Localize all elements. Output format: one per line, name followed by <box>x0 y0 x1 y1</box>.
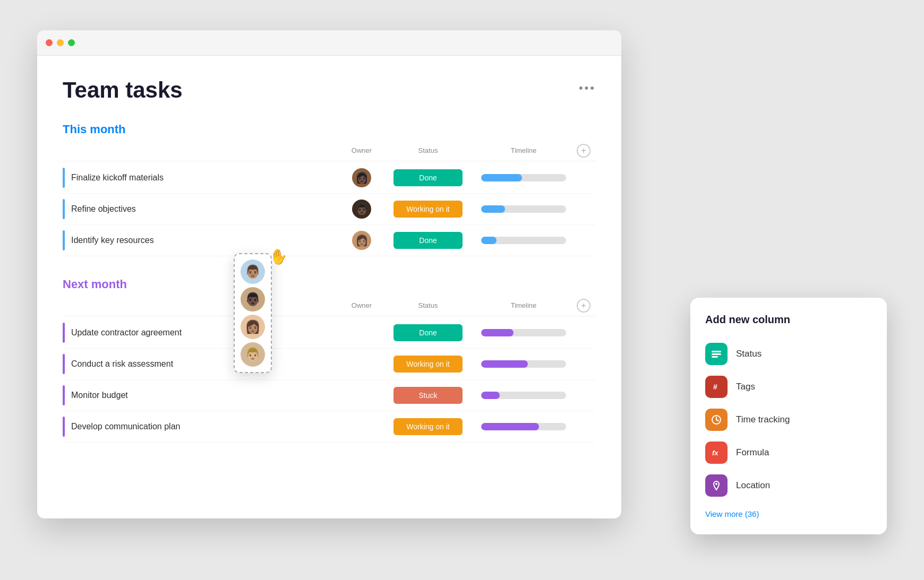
status-badge[interactable]: Stuck <box>393 387 463 404</box>
status-badge[interactable]: Done <box>393 232 463 249</box>
column-option-location[interactable]: Location <box>705 469 872 502</box>
status-cell[interactable]: Done <box>386 232 470 249</box>
location-option-label: Location <box>736 480 770 491</box>
task-name: Refine objectives <box>71 204 338 214</box>
timeline-fill <box>481 237 497 244</box>
status-badge[interactable]: Working on it <box>393 418 463 435</box>
task-name: Identify key resources <box>71 236 338 245</box>
add-column-button-next-month[interactable]: + <box>577 299 591 313</box>
timeline-bar <box>481 423 566 430</box>
timeline-fill <box>481 174 522 181</box>
formula-option-label: Formula <box>736 447 769 458</box>
timeline-cell <box>470 174 577 181</box>
close-button[interactable] <box>46 39 53 46</box>
svg-text:#: # <box>713 383 717 391</box>
svg-rect-0 <box>712 351 721 352</box>
timeline-fill <box>481 423 539 430</box>
window-content: Team tasks ••• This month Owner Status T… <box>37 56 621 518</box>
row-border <box>63 385 65 405</box>
timeline-bar <box>481 237 566 244</box>
status-badge[interactable]: Working on it <box>393 201 463 218</box>
row-border <box>63 323 65 343</box>
row-border <box>63 354 65 374</box>
table-row: Develop communication plan Working on it <box>63 411 596 443</box>
owner-drag-overlay: 👨🏽 👨🏿 👩🏽 👨🏼 ✋ <box>234 253 272 373</box>
table-row: Refine objectives 👨🏿 Working on it <box>63 194 596 225</box>
column-option-status[interactable]: Status <box>705 337 872 370</box>
row-border <box>63 168 65 188</box>
row-border <box>63 417 65 437</box>
timeline-fill <box>481 329 514 336</box>
timeline-fill <box>481 392 500 399</box>
status-cell[interactable]: Done <box>386 324 470 341</box>
timeline-cell <box>470 392 577 399</box>
status-badge[interactable]: Done <box>393 324 463 341</box>
view-more-link[interactable]: View more (36) <box>705 509 872 518</box>
svg-rect-1 <box>712 353 721 355</box>
column-option-time-tracking[interactable]: Time tracking <box>705 403 872 436</box>
section-this-month-title: This month <box>63 123 126 136</box>
col-timeline-header: Timeline <box>470 301 577 309</box>
section-next-month-title: Next month <box>63 278 127 291</box>
col-owner-header: Owner <box>338 301 386 309</box>
timeline-bar <box>481 174 566 181</box>
status-cell[interactable]: Working on it <box>386 418 470 435</box>
section-this-month: This month Owner Status Timeline + Final… <box>63 123 596 256</box>
owner-cell: 👩🏽 <box>338 231 386 250</box>
svg-point-6 <box>715 483 717 485</box>
tags-option-label: Tags <box>736 382 755 392</box>
cursor-hand-icon: ✋ <box>268 246 289 267</box>
timeline-cell <box>470 205 577 213</box>
formula-column-icon: fx <box>705 442 728 464</box>
timeline-bar <box>481 329 566 336</box>
column-option-formula[interactable]: fx Formula <box>705 436 872 469</box>
floating-owners-card: 👨🏽 👨🏿 👩🏽 👨🏼 <box>234 253 272 373</box>
time-tracking-option-label: Time tracking <box>736 414 790 425</box>
status-cell[interactable]: Working on it <box>386 356 470 373</box>
status-option-label: Status <box>736 349 762 359</box>
table-row: Identify key resources 👩🏽 Done <box>63 225 596 256</box>
timeline-bar <box>481 360 566 368</box>
status-column-icon <box>705 343 728 365</box>
timeline-fill <box>481 360 528 368</box>
floating-avatar-1: 👨🏽 <box>241 259 265 284</box>
page-title: Team tasks <box>63 77 183 103</box>
add-column-button-this-month[interactable]: + <box>577 144 591 158</box>
col-status-header: Status <box>386 301 470 309</box>
task-name: Conduct a risk assessment <box>71 359 338 369</box>
minimize-button[interactable] <box>57 39 64 46</box>
status-cell[interactable]: Stuck <box>386 387 470 404</box>
table-row: Monitor budget Stuck <box>63 380 596 411</box>
titlebar <box>37 30 621 56</box>
status-cell[interactable]: Done <box>386 169 470 186</box>
col-status-header: Status <box>386 146 470 154</box>
task-name: Update contractor agreement <box>71 328 338 337</box>
section-this-month-header: This month <box>63 123 596 136</box>
col-owner-header: Owner <box>338 146 386 154</box>
avatar: 👩🏽 <box>352 231 371 250</box>
main-window: Team tasks ••• This month Owner Status T… <box>37 30 621 518</box>
row-border <box>63 199 65 219</box>
location-column-icon <box>705 474 728 497</box>
task-name: Finalize kickoff materials <box>71 173 338 183</box>
time-tracking-column-icon <box>705 409 728 431</box>
task-name: Develop communication plan <box>71 422 338 431</box>
avatar: 👩🏿 <box>352 168 371 187</box>
table-row: Update contractor agreement Done <box>63 317 596 349</box>
floating-avatar-4: 👨🏼 <box>241 342 265 367</box>
status-cell[interactable]: Working on it <box>386 201 470 218</box>
owner-cell: 👨🏿 <box>338 200 386 219</box>
avatar: 👨🏿 <box>352 200 371 219</box>
table-row: Conduct a risk assessment Working on it <box>63 349 596 380</box>
maximize-button[interactable] <box>68 39 75 46</box>
floating-avatar-2: 👨🏿 <box>241 287 265 311</box>
timeline-bar <box>481 205 566 213</box>
timeline-cell <box>470 237 577 244</box>
floating-avatar-3: 👩🏽 <box>241 315 265 339</box>
more-options-button[interactable]: ••• <box>579 81 596 95</box>
status-badge[interactable]: Done <box>393 169 463 186</box>
status-badge[interactable]: Working on it <box>393 356 463 373</box>
col-timeline-header: Timeline <box>470 146 577 154</box>
this-month-col-headers: Owner Status Timeline + <box>63 141 596 161</box>
column-option-tags[interactable]: # Tags <box>705 370 872 403</box>
